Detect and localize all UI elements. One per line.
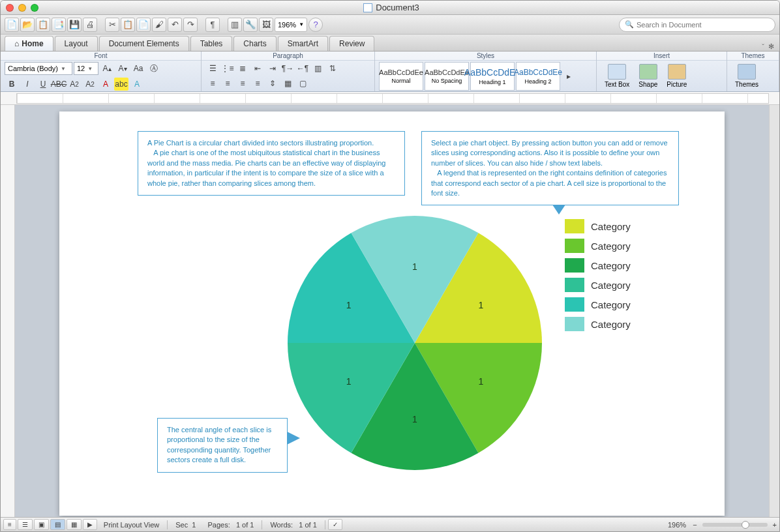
tab-tables[interactable]: Tables bbox=[190, 36, 233, 51]
line-spacing-button[interactable]: ⇕ bbox=[265, 77, 280, 90]
zoom-value: 196% bbox=[278, 21, 296, 29]
section-label: Sec 1 bbox=[170, 521, 201, 529]
textbox-callout[interactable]: The central angle of each slice is propo… bbox=[157, 418, 288, 473]
vertical-scrollbar[interactable] bbox=[769, 105, 779, 517]
italic-button[interactable]: I bbox=[20, 78, 35, 91]
ltr-button[interactable]: ¶→ bbox=[280, 62, 295, 75]
text-effects-button[interactable]: A bbox=[130, 78, 144, 91]
bullets-button[interactable]: ☰ bbox=[205, 62, 220, 75]
bold-button[interactable]: B bbox=[5, 78, 19, 91]
show-formatting-button[interactable]: ¶ bbox=[205, 18, 220, 32]
font-name-select[interactable]: Cambria (Body)▼ bbox=[5, 62, 72, 75]
style-heading-1[interactable]: AaBbCcDdEeHeading 1 bbox=[470, 62, 515, 91]
redo-button[interactable]: ↷ bbox=[183, 18, 198, 32]
zoom-icon[interactable] bbox=[31, 4, 38, 12]
inc-indent-button[interactable]: ⇥ bbox=[265, 62, 280, 75]
open-recent-button[interactable]: 📑 bbox=[52, 18, 66, 32]
minimize-icon[interactable] bbox=[18, 4, 26, 12]
style-normal[interactable]: AaBbCcDdEeNormal bbox=[379, 62, 423, 91]
strikethrough-button[interactable]: ABC bbox=[52, 78, 66, 91]
vertical-ruler[interactable] bbox=[1, 105, 15, 517]
shrink-font-button[interactable]: A▾ bbox=[115, 62, 130, 75]
columns-button[interactable]: ▥ bbox=[310, 62, 325, 75]
highlight-button[interactable]: abc bbox=[114, 78, 128, 91]
style-no-spacing[interactable]: AaBbCcDdEeNo Spacing bbox=[425, 62, 469, 91]
ribbon-group-font: Font Cambria (Body)▼ 12▼ A▴ A▾ Aa Ⓐ B I … bbox=[1, 52, 202, 91]
zoom-select[interactable]: 196% ▼ bbox=[275, 18, 307, 32]
search-field[interactable]: 🔍 bbox=[619, 18, 775, 32]
clear-format-button[interactable]: Ⓐ bbox=[147, 62, 161, 75]
sidebar-button[interactable]: ▥ bbox=[228, 18, 242, 32]
tab-charts[interactable]: Charts bbox=[233, 36, 276, 51]
underline-button[interactable]: U bbox=[36, 78, 50, 91]
toolbox-button[interactable]: 🔧 bbox=[243, 18, 258, 32]
horizontal-ruler[interactable] bbox=[1, 92, 779, 105]
ribbon: Font Cambria (Body)▼ 12▼ A▴ A▾ Aa Ⓐ B I … bbox=[1, 52, 779, 92]
save-button[interactable]: 💾 bbox=[67, 18, 82, 32]
open-button[interactable]: 📂 bbox=[20, 18, 35, 32]
copy-button[interactable]: 📋 bbox=[121, 18, 135, 32]
tab-review[interactable]: Review bbox=[329, 36, 374, 51]
insert-shape-button[interactable]: Shape bbox=[635, 63, 661, 89]
change-case-button[interactable]: Aa bbox=[131, 62, 145, 75]
zoom-in-button[interactable]: + bbox=[773, 521, 777, 529]
format-painter-button[interactable]: 🖌 bbox=[152, 18, 166, 32]
new-button[interactable]: 📄 bbox=[5, 18, 19, 32]
help-button[interactable]: ? bbox=[308, 18, 323, 32]
ribbon-expand-icon[interactable]: ˇ bbox=[762, 43, 764, 51]
print-button[interactable]: 🖨 bbox=[83, 18, 97, 32]
zoom-slider[interactable] bbox=[702, 523, 768, 527]
themes-button[interactable]: Themes bbox=[731, 63, 762, 89]
page-scroll[interactable]: A Pie Chart is a circular chart divided … bbox=[15, 105, 769, 517]
legend-item: Category bbox=[565, 278, 631, 292]
tab-smartart[interactable]: SmartArt bbox=[278, 36, 328, 51]
close-icon[interactable] bbox=[6, 4, 14, 12]
font-color-button[interactable]: A bbox=[98, 78, 113, 91]
legend-swatch bbox=[565, 297, 584, 312]
style-heading-2[interactable]: AaBbCcDdEeHeading 2 bbox=[516, 62, 560, 91]
view-print-layout-button[interactable]: ▤ bbox=[50, 519, 65, 530]
shading-button[interactable]: ▦ bbox=[280, 77, 295, 90]
view-fullscreen-button[interactable]: ▶ bbox=[83, 519, 97, 530]
multilevel-button[interactable]: ≣ bbox=[235, 62, 250, 75]
align-left-button[interactable]: ≡ bbox=[205, 77, 220, 90]
search-input[interactable] bbox=[637, 21, 770, 29]
view-outline-button[interactable]: ☰ bbox=[18, 519, 33, 530]
insert-picture-button[interactable]: Picture bbox=[663, 63, 691, 89]
gear-icon[interactable]: ✻ bbox=[768, 42, 774, 51]
legend-swatch bbox=[565, 278, 584, 292]
zoom-out-button[interactable]: − bbox=[693, 521, 697, 529]
dec-indent-button[interactable]: ⇤ bbox=[250, 62, 265, 75]
tab-document-elements[interactable]: Document Elements bbox=[99, 36, 189, 51]
view-notebook-button[interactable]: ▦ bbox=[67, 519, 82, 530]
subscript-button[interactable]: A2 bbox=[67, 78, 82, 91]
justify-button[interactable]: ≡ bbox=[250, 77, 265, 90]
legend-item: Category bbox=[565, 258, 631, 273]
view-publishing-button[interactable]: ▣ bbox=[34, 519, 49, 530]
grow-font-button[interactable]: A▴ bbox=[100, 62, 114, 75]
rtl-button[interactable]: ←¶ bbox=[295, 62, 310, 75]
gallery-button[interactable]: 🖼 bbox=[259, 18, 273, 32]
tab-home[interactable]: Home bbox=[5, 36, 53, 51]
borders-button[interactable]: ▢ bbox=[295, 77, 310, 90]
styles-more-button[interactable]: ▸ bbox=[562, 70, 576, 83]
status-zoom: 196% bbox=[663, 521, 691, 529]
textbox-instructions[interactable]: Select a pie chart object. By pressing a… bbox=[421, 131, 679, 205]
insert-textbox-button[interactable]: Text Box bbox=[601, 63, 633, 89]
superscript-button[interactable]: A2 bbox=[83, 78, 97, 91]
spellcheck-button[interactable]: ✓ bbox=[328, 519, 342, 530]
view-draft-button[interactable]: ≡ bbox=[3, 519, 16, 530]
template-button[interactable]: 📋 bbox=[36, 18, 50, 32]
sort-button[interactable]: ⇅ bbox=[325, 62, 340, 75]
undo-button[interactable]: ↶ bbox=[168, 18, 182, 32]
align-center-button[interactable]: ≡ bbox=[220, 77, 235, 90]
textbox-intro[interactable]: A Pie Chart is a circular chart divided … bbox=[138, 131, 405, 196]
paste-button[interactable]: 📄 bbox=[136, 18, 151, 32]
tab-layout[interactable]: Layout bbox=[55, 36, 98, 51]
font-size-select[interactable]: 12▼ bbox=[74, 62, 98, 75]
pie-chart[interactable]: 111111 bbox=[288, 216, 542, 470]
align-right-button[interactable]: ≡ bbox=[235, 77, 250, 90]
numbering-button[interactable]: ⋮≡ bbox=[220, 62, 235, 75]
cut-button[interactable]: ✂ bbox=[105, 18, 119, 32]
page[interactable]: A Pie Chart is a circular chart divided … bbox=[59, 111, 725, 516]
